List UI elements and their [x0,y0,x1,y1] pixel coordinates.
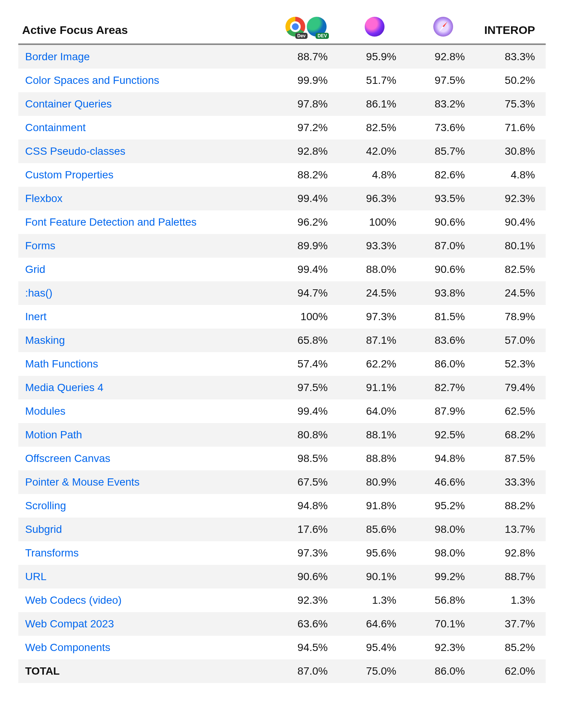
interop-score: 78.9% [476,305,546,329]
firefox-score: 95.6% [338,541,407,565]
chrome-edge-score: 65.8% [270,329,338,352]
header-firefox [338,11,407,44]
safari-score: 92.3% [407,636,476,659]
feature-link[interactable]: URL [25,571,46,582]
interop-score: 71.6% [476,116,546,140]
chrome-edge-score: 17.6% [270,518,338,541]
table-row: CSS Pseudo-classes92.8%42.0%85.7%30.8% [18,140,546,163]
feature-link[interactable]: Flexbox [25,192,62,204]
feature-name-cell: Web Codecs (video) [18,588,270,612]
safari-score: 85.7% [407,140,476,163]
chrome-edge-score: 99.9% [270,69,338,92]
table-row: Web Codecs (video)92.3%1.3%56.8%1.3% [18,588,546,612]
interop-score: 88.2% [476,494,546,518]
feature-link[interactable]: Scrolling [25,500,66,512]
feature-link[interactable]: Offscreen Canvas [25,452,111,464]
safari-score: 82.6% [407,163,476,187]
table-row: Pointer & Mouse Events67.5%80.9%46.6%33.… [18,470,546,494]
table-row: Math Functions57.4%62.2%86.0%52.3% [18,352,546,376]
chrome-edge-score: 90.6% [270,565,338,588]
feature-link[interactable]: Custom Properties [25,169,114,181]
interop-score: 82.5% [476,258,546,281]
feature-name-cell: Custom Properties [18,163,270,187]
feature-name-cell: CSS Pseudo-classes [18,140,270,163]
feature-name-cell: Modules [18,399,270,423]
feature-link[interactable]: Color Spaces and Functions [25,74,159,86]
feature-link[interactable]: Modules [25,405,66,417]
table-row: Web Components94.5%95.4%92.3%85.2% [18,636,546,659]
chrome-edge-score: 88.2% [270,163,338,187]
chrome-edge-score: 67.5% [270,470,338,494]
safari-score: 90.6% [407,210,476,234]
chrome-edge-score: 94.8% [270,494,338,518]
firefox-score: 80.9% [338,470,407,494]
table-row: Border Image88.7%95.9%92.8%83.3% [18,44,546,69]
feature-name-cell: Inert [18,305,270,329]
feature-link[interactable]: Grid [25,263,45,275]
firefox-score: 85.6% [338,518,407,541]
safari-score: 46.6% [407,470,476,494]
chrome-edge-score: 99.4% [270,258,338,281]
feature-link[interactable]: Forms [25,240,55,252]
interop-score: 88.7% [476,565,546,588]
table-row: :has()94.7%24.5%93.8%24.5% [18,281,546,305]
feature-name-cell: Forms [18,234,270,258]
table-row: Custom Properties88.2%4.8%82.6%4.8% [18,163,546,187]
feature-link[interactable]: Masking [25,334,65,346]
feature-link[interactable]: Subgrid [25,523,62,535]
safari-score: 81.5% [407,305,476,329]
feature-name-cell: Scrolling [18,494,270,518]
feature-name-cell: :has() [18,281,270,305]
safari-score: 70.1% [407,612,476,636]
safari-score: 95.2% [407,494,476,518]
feature-name-cell: Flexbox [18,187,270,210]
chrome-edge-score: 63.6% [270,612,338,636]
feature-link[interactable]: Border Image [25,51,90,63]
feature-link[interactable]: CSS Pseudo-classes [25,145,125,157]
feature-link[interactable]: Math Functions [25,358,98,370]
firefox-nightly-icon [365,17,385,37]
interop-score: 33.3% [476,470,546,494]
table-row: Forms89.9%93.3%87.0%80.1% [18,234,546,258]
feature-link[interactable]: Web Components [25,641,111,653]
firefox-score: 51.7% [338,69,407,92]
table-row: Container Queries97.8%86.1%83.2%75.3% [18,92,546,116]
header-safari [407,11,476,44]
edge-dev-icon: DEV [307,17,327,37]
feature-link[interactable]: Pointer & Mouse Events [25,476,139,488]
total-label: TOTAL [18,659,270,683]
table-header-row: Active Focus Areas Dev DEV [18,11,546,44]
feature-link[interactable]: Inert [25,311,46,322]
feature-link[interactable]: Containment [25,122,86,133]
chrome-edge-score: 88.7% [270,44,338,69]
feature-name-cell: Masking [18,329,270,352]
feature-link[interactable]: Web Codecs (video) [25,594,122,606]
feature-link[interactable]: Font Feature Detection and Palettes [25,216,197,228]
feature-link[interactable]: Transforms [25,547,79,559]
total-interop: 62.0% [476,659,546,683]
interop-score: 13.7% [476,518,546,541]
firefox-score: 100% [338,210,407,234]
feature-link[interactable]: Web Compat 2023 [25,618,114,630]
feature-name-cell: Font Feature Detection and Palettes [18,210,270,234]
chrome-edge-score: 57.4% [270,352,338,376]
interop-score: 37.7% [476,612,546,636]
feature-link[interactable]: :has() [25,287,53,299]
chrome-edge-score: 94.7% [270,281,338,305]
table-row: Grid99.4%88.0%90.6%82.5% [18,258,546,281]
feature-name-cell: Container Queries [18,92,270,116]
feature-name-cell: Pointer & Mouse Events [18,470,270,494]
firefox-score: 24.5% [338,281,407,305]
table-row: Offscreen Canvas98.5%88.8%94.8%87.5% [18,447,546,470]
table-row: Inert100%97.3%81.5%78.9% [18,305,546,329]
feature-name-cell: Grid [18,258,270,281]
feature-link[interactable]: Motion Path [25,429,82,441]
feature-link[interactable]: Container Queries [25,98,112,110]
table-row: Web Compat 202363.6%64.6%70.1%37.7% [18,612,546,636]
feature-link[interactable]: Media Queries 4 [25,382,103,393]
safari-score: 86.0% [407,352,476,376]
feature-name-cell: Transforms [18,541,270,565]
feature-name-cell: Web Compat 2023 [18,612,270,636]
feature-name-cell: Subgrid [18,518,270,541]
chrome-edge-score: 97.3% [270,541,338,565]
